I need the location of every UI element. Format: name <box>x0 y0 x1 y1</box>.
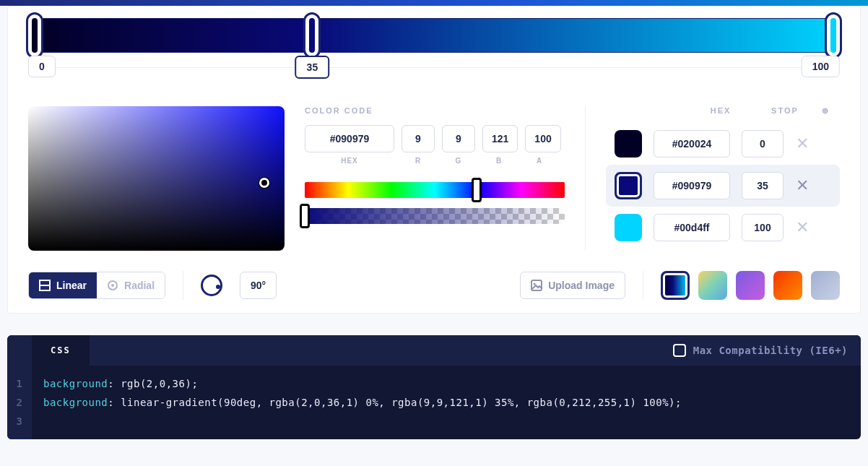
stops-stop-header: STOP <box>759 106 811 116</box>
r-sublabel: R <box>402 157 435 165</box>
saturation-value-picker[interactable] <box>28 106 285 251</box>
add-stop-icon[interactable]: ⊕ <box>811 106 840 116</box>
preset-row <box>661 271 840 300</box>
stop-pos-field-1[interactable]: 35 <box>742 172 784 199</box>
b-sublabel: B <box>482 157 516 165</box>
gradient-handle-2[interactable] <box>825 12 842 59</box>
stop-pos-field-0[interactable]: 0 <box>742 130 784 158</box>
max-compat-label: Max Compatibility (IE6+) <box>693 345 848 356</box>
linear-button[interactable]: Linear <box>29 272 97 298</box>
hex-sublabel: HEX <box>305 157 394 165</box>
stop-position-row: 0 35 100 <box>28 67 840 96</box>
angle-dial[interactable] <box>201 275 222 296</box>
preset-blue[interactable] <box>661 271 690 300</box>
delete-stop-2[interactable]: ✕ <box>795 218 810 237</box>
preset-candy[interactable] <box>698 271 727 300</box>
stops-hex-header: HEX <box>682 106 759 116</box>
stop-hex-2[interactable]: #00d4ff <box>654 214 730 241</box>
gradient-handle-color-0 <box>32 18 38 53</box>
max-compat-toggle[interactable]: Max Compatibility (IE6+) <box>673 344 848 357</box>
app-topbar <box>0 0 868 6</box>
stop-row-0[interactable]: #020024 0 ✕ <box>606 123 840 165</box>
radial-button[interactable]: Radial <box>97 272 165 298</box>
a-input[interactable]: 100 <box>525 125 560 152</box>
gradient-handle-color-2 <box>830 18 836 53</box>
alpha-slider[interactable] <box>305 208 565 224</box>
stops-table: HEX STOP ⊕ #020024 0 ✕ #090979 35 ✕ #00d… <box>585 106 840 251</box>
stop-pos-field-2[interactable]: 100 <box>742 214 784 241</box>
stop-pos-input-0[interactable]: 0 <box>28 56 56 77</box>
divider <box>183 271 183 300</box>
color-code-label: COLOR CODE <box>305 106 565 115</box>
stop-pos-input-2[interactable]: 100 <box>802 56 840 77</box>
upload-label: Upload Image <box>548 280 615 291</box>
angle-input[interactable]: 90° <box>240 272 277 299</box>
color-controls-row: COLOR CODE #090979 9 9 121 100 HEX R G B… <box>21 106 847 251</box>
css-output-block: CSS Max Compatibility (IE6+) 123 backgro… <box>7 335 861 439</box>
svg-point-5 <box>534 283 536 285</box>
gradient-bar-wrap <box>28 18 840 53</box>
stop-hex-0[interactable]: #020024 <box>654 130 730 158</box>
stop-row-2[interactable]: #00d4ff 100 ✕ <box>606 207 840 249</box>
stop-pos-input-1[interactable]: 35 <box>295 56 330 79</box>
r-input[interactable]: 9 <box>402 125 435 152</box>
css-code-text[interactable]: background: rgb(2,0,36); background: lin… <box>32 366 693 439</box>
image-icon <box>531 280 542 291</box>
line-numbers: 123 <box>7 366 32 439</box>
g-sublabel: G <box>442 157 475 165</box>
hue-slider[interactable] <box>305 182 565 198</box>
stop-row-1[interactable]: #090979 35 ✕ <box>606 165 840 207</box>
checkbox-icon <box>673 344 686 357</box>
radial-label: Radial <box>124 280 155 291</box>
radial-icon <box>107 280 118 291</box>
svg-point-3 <box>111 284 114 287</box>
code-header: CSS Max Compatibility (IE6+) <box>7 335 861 366</box>
a-sublabel: A <box>523 157 556 165</box>
gradient-handle-color-1 <box>309 18 315 53</box>
preset-purple[interactable] <box>736 271 765 300</box>
stop-swatch-1[interactable] <box>615 172 642 199</box>
divider-2 <box>643 271 643 300</box>
color-code-column: COLOR CODE #090979 9 9 121 100 HEX R G B… <box>305 106 565 251</box>
hue-handle[interactable] <box>472 178 482 202</box>
gradient-handle-0[interactable] <box>26 12 43 59</box>
upload-image-button[interactable]: Upload Image <box>520 272 625 299</box>
preset-fire[interactable] <box>773 271 802 300</box>
css-gradient-line: linear-gradient(90deg, rgba(2,0,36,1) 0%… <box>121 397 675 408</box>
linear-label: Linear <box>56 280 87 291</box>
gradient-handle-1[interactable] <box>303 12 321 59</box>
delete-stop-1[interactable]: ✕ <box>795 176 810 195</box>
gradient-options-bar: Linear Radial 90° Upload Image <box>21 271 847 300</box>
b-input[interactable]: 121 <box>482 125 518 152</box>
css-tab[interactable]: CSS <box>32 335 90 366</box>
gradient-type-segmented: Linear Radial <box>28 272 165 299</box>
satval-handle[interactable] <box>259 178 269 188</box>
preset-faded[interactable] <box>811 271 840 300</box>
delete-stop-0[interactable]: ✕ <box>795 134 810 153</box>
stop-swatch-2[interactable] <box>615 214 642 241</box>
stop-hex-1[interactable]: #090979 <box>654 172 730 199</box>
linear-icon <box>39 280 51 291</box>
g-input[interactable]: 9 <box>442 125 475 152</box>
gradient-editor-panel: 0 35 100 COLOR CODE #090979 9 9 121 100 … <box>7 6 861 314</box>
gradient-bar[interactable] <box>28 18 840 53</box>
stop-swatch-0[interactable] <box>615 130 642 158</box>
alpha-handle[interactable] <box>300 204 310 228</box>
hex-input[interactable]: #090979 <box>305 125 394 152</box>
